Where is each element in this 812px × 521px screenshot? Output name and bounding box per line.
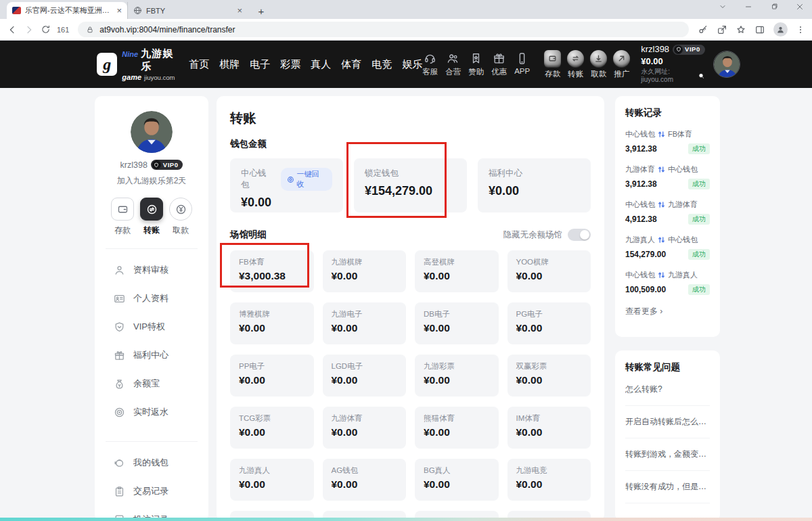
gift-icon: [114, 350, 125, 361]
transfer-record[interactable]: 中心钱包 FB体育 3,912.38 成功: [625, 129, 710, 154]
new-tab-button[interactable]: +: [253, 3, 269, 19]
profile-avatar-icon[interactable]: [773, 22, 788, 37]
side-panel-icon[interactable]: [754, 24, 765, 35]
sidebar-item-my-wallet[interactable]: 我的钱包: [95, 449, 208, 477]
nav-lottery[interactable]: 彩票: [280, 58, 300, 71]
venue-card[interactable]: BG真人 ¥0.00: [415, 459, 499, 501]
phone-icon: [516, 52, 528, 65]
browser-tab-fbty[interactable]: FBTY ×: [127, 2, 248, 19]
reload-icon[interactable]: [41, 24, 51, 35]
faq-item[interactable]: 转账没有成功，但是钱...: [625, 471, 710, 503]
divider: [106, 441, 198, 442]
venue-name: AG钱包: [332, 466, 398, 476]
venue-card[interactable]: TCG彩票 ¥0.00: [230, 407, 314, 449]
window-menu-icon[interactable]: [719, 3, 727, 11]
sidebar-avatar[interactable]: [131, 111, 173, 153]
transfer-records-panel: 转账记录 中心钱包 FB体育 3,912.38 成功: [615, 96, 720, 337]
transfer-record[interactable]: 九游体育 中心钱包 3,912.38 成功: [625, 164, 710, 189]
shield-icon: [114, 321, 125, 333]
venue-section-title: 场馆明细: [230, 229, 267, 241]
sidebar-actions: 存款 转账 取款: [95, 198, 208, 236]
venue-name: 博雅棋牌: [239, 309, 305, 319]
nav-esports[interactable]: 电竞: [371, 58, 392, 71]
url-bar[interactable]: at9voh.vip:8004/mine/finance/transfer: [78, 22, 689, 37]
sidebar-deposit-button[interactable]: 存款: [111, 198, 134, 236]
sidebar-menu-secondary: 我的钱包 交易记录 投注记录: [95, 446, 208, 521]
sidebar-transfer-button[interactable]: 转账: [140, 198, 163, 236]
sponsor-button[interactable]: 赞助: [468, 52, 484, 77]
venue-card[interactable]: 九游电竞 ¥0.00: [508, 459, 591, 501]
sidebar-item-personal-info[interactable]: 个人资料: [95, 284, 208, 313]
app-download-button[interactable]: APP: [514, 52, 530, 77]
password-key-icon[interactable]: [698, 24, 708, 35]
share-icon[interactable]: [717, 24, 727, 35]
wallet-card-center[interactable]: 中心钱包 一键回收 ¥0.00: [230, 158, 343, 212]
partnership-button[interactable]: 合营: [445, 52, 461, 77]
venue-card[interactable]: 九游棋牌 ¥0.00: [323, 250, 407, 292]
venue-card[interactable]: 双赢彩票 ¥0.00: [508, 355, 591, 397]
venue-card[interactable]: 九游彩票 ¥0.00: [415, 355, 499, 397]
nav-slots[interactable]: 电子: [250, 58, 270, 71]
venue-card[interactable]: 九游体育 ¥0.00: [323, 407, 407, 449]
user-avatar[interactable]: [713, 51, 740, 78]
venue-card[interactable]: LGD电子 ¥0.00: [323, 355, 407, 397]
customer-service-button[interactable]: 客服: [422, 52, 438, 77]
promotions-button[interactable]: 优惠: [491, 52, 507, 77]
tab-close-icon[interactable]: ×: [116, 5, 122, 16]
transfer-record[interactable]: 九游真人 中心钱包 154,279.00 成功: [625, 235, 710, 260]
faq-item[interactable]: 怎么转账?: [625, 373, 710, 406]
faq-item[interactable]: 转账到游戏，金额变少?: [625, 438, 710, 471]
venue-card[interactable]: DB电子 ¥0.00: [415, 302, 499, 344]
hide-empty-venues-toggle[interactable]: [568, 229, 591, 241]
bookmark-star-icon[interactable]: [736, 24, 746, 35]
promote-button[interactable]: 推广: [613, 50, 630, 79]
tab-title: FBTY: [146, 7, 233, 15]
venue-card[interactable]: 九游真人 ¥0.00: [230, 459, 314, 501]
deposit-button[interactable]: 存款: [544, 50, 561, 79]
nav-home[interactable]: 首页: [189, 58, 209, 71]
nav-sports[interactable]: 体育: [341, 58, 361, 71]
withdraw-button[interactable]: 取款: [590, 50, 607, 79]
venue-card[interactable]: 九游电子 ¥0.00: [323, 302, 407, 344]
wallet-card-welfare[interactable]: 福利中心 ¥0.00: [478, 158, 591, 212]
transfer-record[interactable]: 中心钱包 九游体育 4,912.38 成功: [625, 200, 710, 225]
view-more-link[interactable]: 查看更多 ›: [625, 306, 710, 317]
nav-chess[interactable]: 棋牌: [219, 58, 240, 71]
transfer-button[interactable]: 转账: [567, 50, 584, 79]
nav-entertainment[interactable]: 娱乐: [402, 58, 422, 71]
venue-card[interactable]: FB体育 ¥3,000.38: [230, 250, 314, 292]
restore-icon[interactable]: [770, 3, 778, 11]
venue-card[interactable]: 高登棋牌 ¥0.00: [415, 250, 499, 292]
venue-card[interactable]: YOO棋牌 ¥0.00: [508, 250, 591, 292]
sidebar-item-vip[interactable]: VIP特权: [95, 313, 208, 341]
nav-live[interactable]: 真人: [311, 58, 331, 71]
venue-card[interactable]: IM体育 ¥0.00: [508, 407, 591, 449]
wallet-card-locked[interactable]: 锁定钱包 ¥154,279.00: [354, 158, 467, 212]
menu-dots-icon[interactable]: [796, 25, 805, 35]
window-close-icon[interactable]: [796, 3, 804, 11]
venue-card[interactable]: PG电子 ¥0.00: [508, 302, 591, 344]
sidebar-item-realtime-rebate[interactable]: 实时返水: [95, 398, 208, 426]
forward-icon[interactable]: [24, 24, 35, 35]
sidebar-username: krzl398: [120, 160, 148, 170]
venue-card[interactable]: 博雅棋牌 ¥0.00: [230, 302, 314, 344]
venue-balance: ¥0.00: [239, 426, 305, 438]
faq-item[interactable]: 开启自动转账后怎么取...: [625, 406, 710, 438]
tab-close-icon[interactable]: ×: [237, 5, 242, 16]
sidebar-withdraw-button[interactable]: 取款: [169, 198, 192, 236]
transfer-record[interactable]: 中心钱包 九游真人 100,509.00 成功: [625, 270, 710, 295]
venue-card[interactable]: AG钱包 ¥0.00: [323, 459, 407, 501]
bookmark-icon: [470, 52, 482, 65]
sidebar-item-yuebao[interactable]: 余额宝: [95, 369, 208, 398]
venue-card[interactable]: PP电子 ¥0.00: [230, 355, 314, 397]
back-icon[interactable]: [7, 24, 18, 35]
magnifier-icon[interactable]: [698, 72, 705, 80]
sidebar-item-welfare[interactable]: 福利中心: [95, 341, 208, 369]
minimize-icon[interactable]: [744, 3, 752, 11]
sidebar-item-profile-review[interactable]: 资料审核: [95, 256, 208, 284]
site-logo[interactable]: g Nine 九游娱乐 game jiuyou.com: [97, 47, 177, 81]
one-click-recycle-button[interactable]: 一键回收: [281, 168, 332, 191]
browser-tab-active[interactable]: 乐官网-云达不莱梅亚洲官方合作 ×: [7, 2, 127, 19]
sidebar-item-transaction-history[interactable]: 交易记录: [95, 477, 208, 505]
venue-card[interactable]: 熊猫体育 ¥0.00: [415, 407, 499, 449]
